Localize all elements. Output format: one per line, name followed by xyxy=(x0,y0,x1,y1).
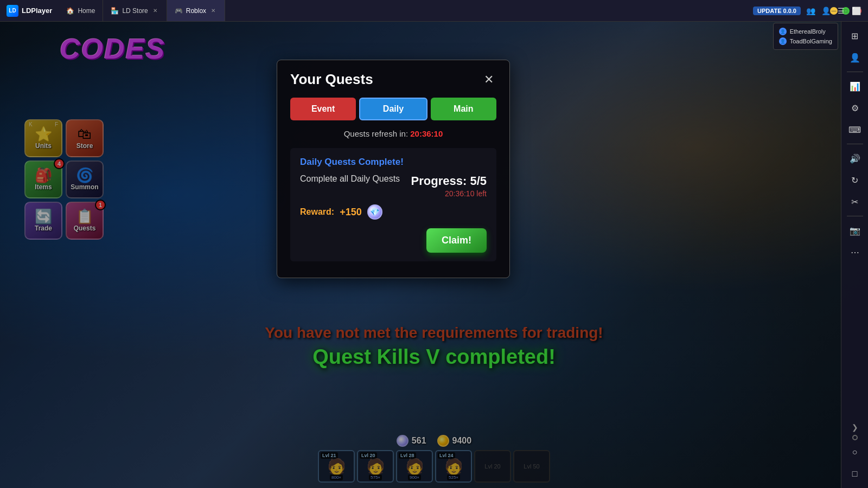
right-sidebar: ⊞ 👤 📊 ⚙ ⌨ 🔊 ↻ ✂ 📷 ⋯ ❯ ○ □ xyxy=(841,22,868,488)
sidebar-camera-icon[interactable]: 📷 xyxy=(845,221,865,240)
window-restore-icon[interactable]: ⬜ xyxy=(851,5,861,16)
tab-home[interactable]: 🏠 Home xyxy=(59,0,103,21)
progress-label: Progress: 5/5 xyxy=(411,174,487,188)
user1-avatar: 👤 xyxy=(779,28,787,35)
user2-name: ToadBolGaming xyxy=(790,38,832,44)
sidebar-circle-icon[interactable]: ○ xyxy=(845,442,865,462)
user-info-panel: 👤 EtherealBroly 👤 ToadBolGaming xyxy=(773,23,838,50)
reward-gem-icon: 💎 xyxy=(367,204,382,220)
home-tab-icon: 🏠 xyxy=(66,7,74,15)
ldplayer-logo: LD LDPlayer xyxy=(0,5,59,17)
quest-description: Complete all Daily Quests xyxy=(300,174,411,184)
quest-reward-row: Reward: +150 💎 xyxy=(300,204,487,220)
reward-label: Reward: xyxy=(300,207,334,217)
ldplayer-bar: LD LDPlayer 🏠 Home 🏪 LD Store ✕ 🎮 Roblox… xyxy=(0,0,868,22)
ldstore-tab-close[interactable]: ✕ xyxy=(151,7,159,15)
browser-tabs: 🏠 Home 🏪 LD Store ✕ 🎮 Roblox ✕ xyxy=(59,0,824,21)
ldplayer-title: LDPlayer xyxy=(22,7,52,15)
user-row-1: 👤 EtherealBroly xyxy=(779,27,832,36)
ldstore-tab-label: LD Store xyxy=(122,7,148,15)
modal-close-button[interactable]: ✕ xyxy=(481,72,496,87)
sidebar-crop-icon[interactable]: ✂ xyxy=(845,192,865,211)
quest-progress-row: Complete all Daily Quests Progress: 5/5 … xyxy=(300,174,487,198)
user2-avatar: 👤 xyxy=(779,37,787,45)
refresh-text: Quests refresh in: xyxy=(344,129,408,138)
refresh-line: Quests refresh in: 20:36:10 xyxy=(290,129,496,138)
user1-name: EtherealBroly xyxy=(790,28,826,35)
sidebar-settings-icon[interactable]: ⚙ xyxy=(845,98,865,118)
sidebar-square-icon[interactable]: □ xyxy=(845,464,865,484)
sidebar-divider-3 xyxy=(847,216,863,216)
sidebar-rotate-icon[interactable]: ↻ xyxy=(845,170,865,190)
tab-roblox[interactable]: 🎮 Roblox ✕ xyxy=(167,0,225,21)
update-badge: UPDATE 0.0.0 xyxy=(753,7,801,15)
quest-tab-bar: Event Daily Main xyxy=(290,98,496,120)
sidebar-keyboard-icon[interactable]: ⌨ xyxy=(845,120,865,139)
menu-icon[interactable]: ☰ xyxy=(835,5,846,16)
sidebar-divider-2 xyxy=(847,144,863,144)
sidebar-dots-icon[interactable]: ⋯ xyxy=(845,242,865,262)
quest-complete-label: Daily Quests Complete! xyxy=(300,157,487,168)
sidebar-expand-icon[interactable]: ❯ xyxy=(850,422,860,433)
home-tab-label: Home xyxy=(78,7,95,15)
sidebar-chart-icon[interactable]: 📊 xyxy=(845,76,865,96)
tab-event[interactable]: Event xyxy=(290,98,356,120)
claim-button[interactable]: Claim! xyxy=(426,228,487,253)
sidebar-user-icon[interactable]: 👤 xyxy=(845,48,865,67)
quest-modal: Your Quests ✕ Event Daily Main Quests re… xyxy=(277,60,510,278)
ldstore-tab-icon: 🏪 xyxy=(111,7,119,15)
tab-main[interactable]: Main xyxy=(431,98,496,120)
progress-time: 20:36:10 left xyxy=(411,189,487,198)
tab-ldstore[interactable]: 🏪 LD Store ✕ xyxy=(103,0,167,21)
modal-header: Your Quests ✕ xyxy=(290,71,496,88)
quest-content-box: Daily Quests Complete! Complete all Dail… xyxy=(290,148,496,261)
modal-title: Your Quests xyxy=(290,71,373,88)
sidebar-dot-indicator xyxy=(852,435,858,440)
account-icon[interactable]: 👤 xyxy=(820,5,831,16)
roblox-tab-label: Roblox xyxy=(186,7,206,15)
refresh-timer: 20:36:10 xyxy=(410,129,443,138)
top-right-controls: UPDATE 0.0.0 👥 👤 ☰ ⬜ xyxy=(746,0,868,22)
sidebar-grid-icon[interactable]: ⊞ xyxy=(845,26,865,46)
people-icon[interactable]: 👥 xyxy=(805,5,816,16)
tab-daily[interactable]: Daily xyxy=(359,98,427,120)
ldplayer-icon: LD xyxy=(7,5,18,17)
sidebar-divider-1 xyxy=(847,72,863,72)
quest-progress-info: Progress: 5/5 20:36:10 left xyxy=(411,174,487,198)
roblox-tab-icon: 🎮 xyxy=(175,7,183,15)
reward-amount: +150 xyxy=(340,207,362,218)
sidebar-volume-icon[interactable]: 🔊 xyxy=(845,149,865,168)
user-row-2: 👤 ToadBolGaming xyxy=(779,36,832,46)
roblox-tab-close[interactable]: ✕ xyxy=(209,7,217,15)
